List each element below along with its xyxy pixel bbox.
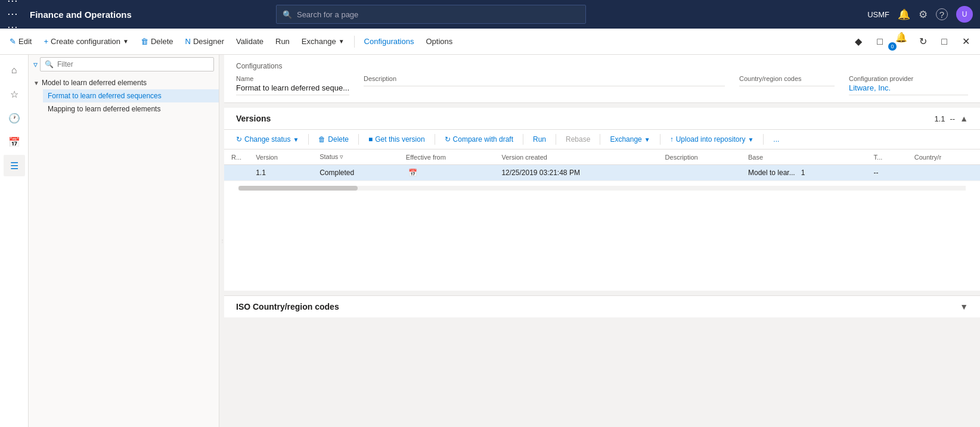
version-dash: -- bbox=[950, 114, 955, 123]
exchange-button[interactable]: Exchange ▼ bbox=[297, 35, 349, 48]
tree-child-item-1[interactable]: Mapping to learn deferred elements bbox=[43, 102, 219, 116]
cell-version-created: 12/25/2019 03:21:48 PM bbox=[494, 165, 658, 181]
col-status[interactable]: Status ▿ bbox=[312, 149, 399, 165]
cell-description bbox=[658, 165, 741, 181]
versions-section: Versions 1.1 -- ▲ ↻ Change status ▼ 🗑 De… bbox=[224, 108, 980, 291]
vt-sep-8 bbox=[763, 134, 764, 145]
versions-exchange-btn[interactable]: Exchange ▼ bbox=[605, 133, 655, 145]
exchange-chevron-icon: ▼ bbox=[339, 38, 345, 45]
gear-icon[interactable]: ⚙ bbox=[919, 8, 928, 21]
search-bar[interactable]: 🔍 bbox=[276, 5, 586, 24]
toolbar-right-icons: ◆ □ 🔔 0 ↻ □ ✕ bbox=[849, 28, 975, 55]
waffle-icon[interactable]: ⋅⋅⋅⋅⋅⋅⋅⋅⋅ bbox=[7, 0, 18, 34]
config-fields: Name Format to learn deferred seque... D… bbox=[236, 75, 968, 95]
main-content: Configurations Name Format to learn defe… bbox=[224, 55, 980, 427]
scroll-track[interactable] bbox=[238, 186, 966, 191]
table-row[interactable]: 1.1 Completed 📅 12/25/2019 03:21:48 PM M… bbox=[224, 165, 980, 181]
validate-button[interactable]: Validate bbox=[231, 35, 268, 48]
config-name-value: Format to learn deferred seque... bbox=[236, 83, 349, 95]
base-link[interactable]: Model to lear... bbox=[748, 169, 795, 177]
sidebar-list-icon[interactable]: ☰ bbox=[4, 155, 25, 176]
versions-collapse-btn[interactable]: ▲ bbox=[960, 114, 968, 123]
cell-effective-from[interactable]: 📅 bbox=[399, 165, 495, 181]
tree-filter-input[interactable] bbox=[40, 57, 214, 71]
top-nav-right: USMF 🔔 ⚙ ? U bbox=[867, 6, 973, 23]
compare-icon: ↻ bbox=[445, 135, 451, 144]
main-toolbar: ✎ Edit + Create configuration ▼ 🗑 Delete… bbox=[0, 29, 980, 55]
top-navbar: ⋅⋅⋅⋅⋅⋅⋅⋅⋅ Finance and Operations 🔍 USMF … bbox=[0, 0, 980, 29]
get-version-icon: ■ bbox=[368, 135, 373, 144]
col-version[interactable]: Version bbox=[249, 149, 312, 165]
config-provider-value[interactable]: Litware, Inc. bbox=[849, 83, 968, 95]
versions-delete-btn[interactable]: 🗑 Delete bbox=[314, 133, 353, 145]
scroll-thumb[interactable] bbox=[238, 186, 358, 191]
edit-button[interactable]: ✎ Edit bbox=[5, 35, 36, 48]
search-input[interactable] bbox=[297, 10, 579, 19]
office-icon[interactable]: □ bbox=[870, 32, 889, 51]
edit-icon: ✎ bbox=[10, 37, 16, 46]
upload-icon: ↑ bbox=[670, 135, 674, 144]
close-icon[interactable]: ✕ bbox=[956, 32, 975, 51]
vt-sep-5 bbox=[556, 134, 556, 145]
rebase-btn[interactable]: Rebase bbox=[561, 133, 595, 145]
filter-icon-btn[interactable]: ▿ bbox=[33, 60, 38, 69]
run-button[interactable]: Run bbox=[271, 35, 294, 48]
avatar[interactable]: U bbox=[956, 6, 973, 23]
options-button[interactable]: Options bbox=[421, 35, 457, 48]
upload-btn[interactable]: ↑ Upload into repository ▼ bbox=[665, 133, 759, 145]
more-btn[interactable]: ... bbox=[768, 133, 784, 145]
sidebar-home-icon[interactable]: ⌂ bbox=[4, 60, 25, 81]
config-provider-label: Configuration provider bbox=[849, 75, 968, 82]
get-version-btn[interactable]: ■ Get this version bbox=[364, 133, 430, 145]
config-section-title: Configurations bbox=[236, 62, 968, 70]
version-number: 1.1 bbox=[934, 114, 945, 123]
vt-sep-1 bbox=[308, 134, 309, 145]
config-header: Configurations Name Format to learn defe… bbox=[224, 55, 980, 103]
vt-sep-6 bbox=[600, 134, 600, 145]
cell-r bbox=[224, 165, 249, 181]
resize-handle[interactable]: ⋮ bbox=[219, 55, 224, 427]
bell-icon[interactable]: 🔔 bbox=[898, 8, 910, 21]
designer-icon: N bbox=[185, 37, 191, 46]
trash-icon: 🗑 bbox=[141, 37, 148, 46]
calendar-icon[interactable]: 📅 bbox=[408, 169, 417, 177]
config-description-field: Description bbox=[364, 75, 725, 95]
upload-chevron-icon: ▼ bbox=[748, 136, 753, 143]
sidebar-calendar-icon[interactable]: 📅 bbox=[4, 131, 25, 152]
designer-button[interactable]: N Designer bbox=[181, 35, 229, 48]
config-country-label: Country/region codes bbox=[739, 75, 835, 82]
refresh-icon[interactable]: ↻ bbox=[913, 32, 932, 51]
trash-icon-versions: 🗑 bbox=[318, 135, 325, 144]
cell-version: 1.1 bbox=[249, 165, 312, 181]
config-country-field: Country/region codes bbox=[739, 75, 835, 95]
tree-parent-item[interactable]: ▼ Model to learn deferred elements bbox=[29, 76, 219, 89]
iso-section: ISO Country/region codes ▼ bbox=[224, 295, 980, 317]
delete-button[interactable]: 🗑 Delete bbox=[136, 35, 178, 48]
change-status-btn[interactable]: ↻ Change status ▼ bbox=[231, 133, 303, 145]
tree-child-item-0[interactable]: Format to learn deferred sequences bbox=[43, 89, 219, 102]
diamond-icon[interactable]: ◆ bbox=[849, 32, 868, 51]
tree-children: Format to learn deferred sequences Mappi… bbox=[29, 89, 219, 116]
status-filter-icon: ▿ bbox=[340, 153, 343, 160]
iso-expand-btn[interactable]: ▼ bbox=[960, 302, 968, 311]
maximize-icon[interactable]: □ bbox=[935, 32, 954, 51]
config-name-label: Name bbox=[236, 75, 349, 82]
versions-controls: 1.1 -- ▲ bbox=[934, 114, 968, 123]
filter-area: ▿ 🔍 bbox=[29, 55, 219, 74]
versions-run-btn[interactable]: Run bbox=[528, 133, 551, 145]
config-provider-field: Configuration provider Litware, Inc. bbox=[849, 75, 968, 95]
configurations-button[interactable]: Configurations bbox=[359, 35, 419, 48]
create-config-button[interactable]: + Create configuration ▼ bbox=[39, 35, 134, 48]
change-status-chevron-icon: ▼ bbox=[293, 136, 299, 143]
cell-status: Completed bbox=[312, 165, 399, 181]
help-icon[interactable]: ? bbox=[936, 8, 948, 20]
compare-btn[interactable]: ↻ Compare with draft bbox=[440, 133, 518, 145]
sidebar-clock-icon[interactable]: 🕐 bbox=[4, 107, 25, 129]
table-header-row: R... Version Status ▿ Effective from Ver… bbox=[224, 149, 980, 165]
app-title: Finance and Operations bbox=[30, 10, 132, 20]
tree-panel: ▿ 🔍 ▼ Model to learn deferred elements F… bbox=[29, 55, 219, 427]
sidebar-star-icon[interactable]: ☆ bbox=[4, 83, 25, 105]
base-num-link[interactable]: 1 bbox=[801, 169, 805, 177]
plus-icon: + bbox=[44, 37, 48, 46]
tree-parent-label: Model to learn deferred elements bbox=[42, 79, 147, 87]
